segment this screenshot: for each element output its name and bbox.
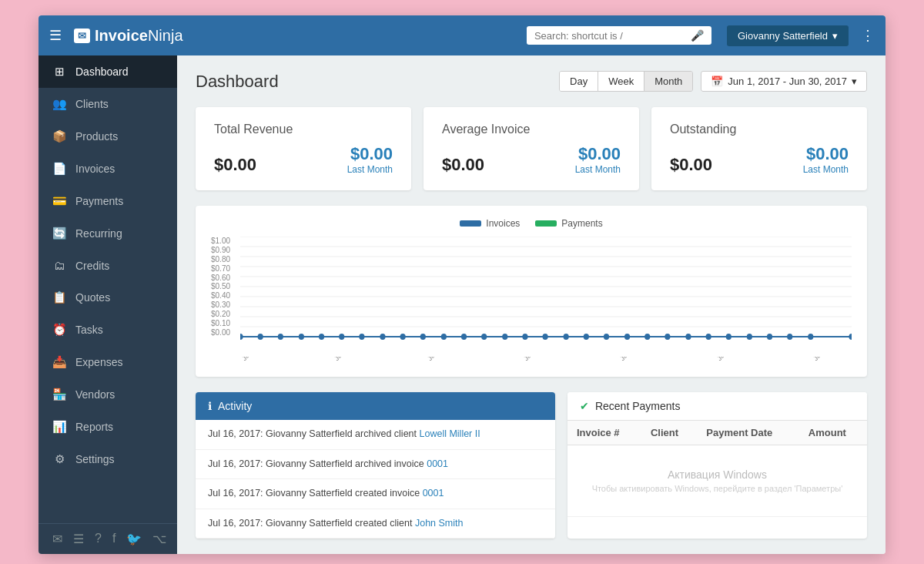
sidebar-item-clients[interactable]: 👥 Clients [38,88,177,120]
payments-icon: 💳 [52,194,66,208]
invoices-legend-label: Invoices [486,218,520,229]
quotes-icon: 📋 [52,290,66,304]
sidebar-item-settings[interactable]: ⚙ Settings [38,443,177,475]
svg-point-19 [400,334,406,340]
sidebar-facebook-icon[interactable]: f [112,532,116,546]
search-bar: 🎤 [527,26,711,45]
sidebar-item-quotes[interactable]: 📋 Quotes [38,281,177,314]
logo-bold: InvoiceNinja [95,27,183,45]
col-invoice: Invoice # [567,421,641,445]
activity-panel-title: Activity [218,400,252,412]
clients-icon: 👥 [52,97,66,111]
hamburger-icon[interactable]: ☰ [49,27,62,44]
activity-row-1-link[interactable]: Lowell Miller II [420,428,480,439]
sidebar-item-vendors[interactable]: 🏪 Vendors [38,378,177,411]
chart-y-axis: $1.00 $0.90 $0.80 $0.70 $0.60 $0.50 $0.4… [211,237,240,337]
sidebar-item-reports[interactable]: 📊 Reports [38,411,177,443]
sidebar-label-vendors: Vendors [75,388,115,401]
main-window: ☰ ✉ InvoiceNinja 🎤 Giovanny Satterfield … [38,15,886,554]
sidebar-label-credits: Credits [75,260,109,272]
invoices-icon: 📄 [52,162,66,176]
activity-row-4-link[interactable]: John Smith [415,518,464,529]
average-invoice-last-label: Last Month [575,164,621,175]
sidebar-label-quotes: Quotes [75,291,110,304]
activity-row-3-link[interactable]: 0001 [423,488,444,499]
svg-point-18 [380,334,385,340]
sidebar-email-icon[interactable]: ✉ [52,532,62,546]
sidebar-github-icon[interactable]: ⌥ [152,532,166,546]
average-invoice-title: Average Invoice [442,123,621,136]
products-icon: 📦 [52,129,66,143]
activity-row-1: Jul 16, 2017: Giovanny Satterfield archi… [196,420,555,450]
col-payment-date: Payment Date [697,421,799,445]
payments-legend: Payments [535,218,602,229]
activity-row-2-link[interactable]: 0001 [427,458,448,469]
vendors-icon: 🏪 [52,388,66,401]
activity-row-3: Jul 16, 2017: Giovanny Satterfield creat… [196,479,555,509]
windows-watermark: Активация Windows Чтобы активировать Win… [567,445,867,517]
col-client: Client [641,421,697,445]
sidebar-item-dashboard[interactable]: ⊞ Dashboard [38,55,177,88]
sidebar-item-expenses[interactable]: 📥 Expenses [38,346,177,378]
svg-point-39 [808,334,813,340]
svg-point-16 [339,334,344,340]
sidebar-help-icon[interactable]: ? [95,532,102,546]
sidebar-item-recurring[interactable]: 🔄 Recurring [38,217,177,250]
period-week-button[interactable]: Week [598,72,644,91]
total-revenue-last-month: $0.00 Last Month [347,144,393,175]
invoices-legend: Invoices [460,218,520,229]
main-layout: ⊞ Dashboard 👥 Clients 📦 Products 📄 Invoi… [38,55,886,554]
sidebar-list-icon[interactable]: ☰ [73,532,84,546]
mic-icon: 🎤 [691,29,704,42]
date-range-button[interactable]: 📅 Jun 1, 2017 - Jun 30, 2017 ▾ [701,71,867,92]
sidebar-label-dashboard: Dashboard [75,65,129,78]
period-button-group: Day Week Month [559,71,693,92]
activity-row-3-text: Jul 16, 2017: Giovanny Satterfield creat… [208,488,444,499]
svg-point-33 [685,334,691,340]
sidebar-item-credits[interactable]: 🗂 Credits [38,250,177,281]
period-month-button[interactable]: Month [644,72,692,91]
svg-point-14 [299,334,304,340]
average-invoice-last-amount: $0.00 [575,144,621,164]
activity-row-1-text: Jul 16, 2017: Giovanny Satterfield archi… [208,428,480,439]
sidebar-item-products[interactable]: 📦 Products [38,120,177,153]
search-input[interactable] [534,30,686,42]
sidebar-twitter-icon[interactable]: 🐦 [126,532,142,546]
outstanding-title: Outstanding [670,123,849,136]
outstanding-values: $0.00 $0.00 Last Month [670,144,849,175]
sidebar-label-clients: Clients [75,98,109,110]
col-amount: Amount [799,421,867,445]
sidebar-label-products: Products [75,130,118,143]
sidebar-item-payments[interactable]: 💳 Payments [38,185,177,217]
topbar-more-icon[interactable]: ⋮ [861,27,875,44]
activity-info-icon: ℹ [208,400,212,412]
expenses-icon: 📥 [52,355,66,369]
sidebar-bottom-icons: ✉ ☰ ? f 🐦 ⌥ [38,523,177,554]
sidebar-item-tasks[interactable]: ⏰ Tasks [38,314,177,346]
settings-icon: ⚙ [52,452,66,466]
sidebar-item-invoices[interactable]: 📄 Invoices [38,153,177,185]
total-revenue-values: $0.00 $0.00 Last Month [214,144,393,175]
stat-cards: Total Revenue $0.00 $0.00 Last Month Ave… [196,107,867,190]
outstanding-last-month: $0.00 Last Month [803,144,849,175]
chart-svg-container: Jun 1, 2017 Jun 5, 2017 Jun 10, 2017 Jun… [240,237,852,364]
svg-point-37 [767,334,772,340]
svg-point-21 [441,334,447,340]
sidebar: ⊞ Dashboard 👥 Clients 📦 Products 📄 Invoi… [38,55,177,554]
period-day-button[interactable]: Day [560,72,598,91]
activity-panel: ℹ Activity Jul 16, 2017: Giovanny Satter… [196,392,555,539]
payments-empty-row: Активация Windows Чтобы активировать Win… [567,445,867,517]
svg-point-20 [420,334,426,340]
date-controls: Day Week Month 📅 Jun 1, 2017 - Jun 30, 2… [559,71,867,92]
activity-row-2-text: Jul 16, 2017: Giovanny Satterfield archi… [208,458,448,469]
bottom-panels: ℹ Activity Jul 16, 2017: Giovanny Satter… [196,392,867,539]
average-invoice-amount: $0.00 [442,155,484,175]
user-menu-button[interactable]: Giovanny Satterfield ▾ [727,25,849,46]
chart-container: Invoices Payments $1.00 $0.90 $0.80 $0.7… [196,206,867,377]
svg-point-36 [747,334,752,340]
payments-legend-label: Payments [561,218,602,229]
payments-table: Invoice # Client Payment Date Amount Акт… [567,421,867,517]
svg-point-30 [624,334,630,340]
payments-panel-title: Recent Payments [595,400,681,412]
svg-point-29 [604,334,609,340]
